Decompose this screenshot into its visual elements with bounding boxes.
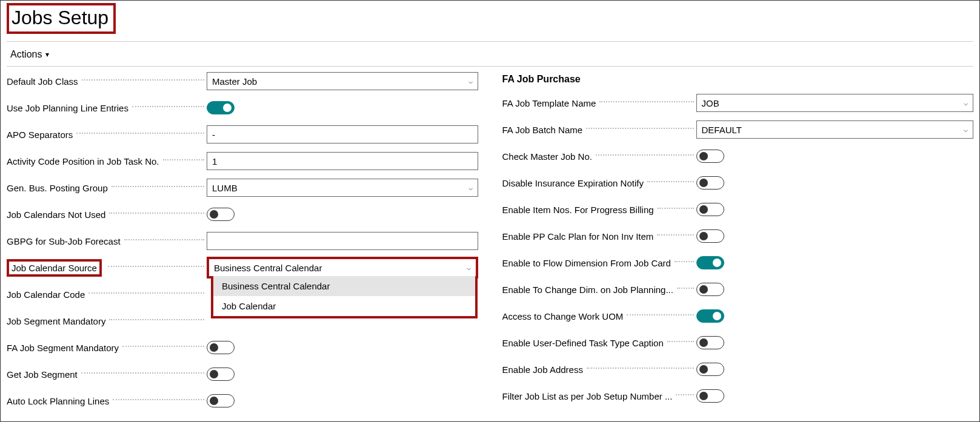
filter-job-list-toggle[interactable] — [696, 389, 724, 403]
row-fa-template: FA Job Template Name JOB ⌵ — [502, 90, 974, 116]
label: Default Job Class — [7, 76, 78, 87]
row-gen-bus-posting: Gen. Bus. Posting Group LUMB ⌵ — [7, 174, 478, 201]
label: Use Job Planning Line Entries — [7, 103, 128, 113]
chevron-down-icon: ▾ — [45, 50, 49, 59]
label: Enable User-Defined Task Type Caption — [502, 338, 664, 348]
page-title-box: Jobs Setup — [7, 3, 116, 34]
row-activity-code-pos: Activity Code Position in Job Task No. — [7, 148, 478, 174]
label: Gen. Bus. Posting Group — [7, 183, 108, 193]
actions-label: Actions — [10, 49, 42, 60]
label: Enable PP Calc Plan for Non Inv Item — [502, 231, 654, 242]
page-title: Jobs Setup — [12, 7, 108, 28]
fa-batch-select[interactable]: DEFAULT ⌵ — [696, 120, 974, 139]
label: Job Calendars Not Used — [7, 209, 105, 220]
row-fa-batch: FA Job Batch Name DEFAULT ⌵ — [502, 116, 974, 143]
row-enable-flow-dim: Enable to Flow Dimension From Job Card — [502, 249, 974, 276]
apo-separators-input[interactable] — [207, 125, 478, 143]
row-fa-job-seg-mand: FA Job Segment Mandatory — [7, 334, 478, 361]
label: Filter Job List as per Job Setup Number … — [502, 391, 673, 401]
chevron-down-icon: ⌵ — [964, 125, 968, 134]
auto-lock-toggle[interactable] — [207, 394, 235, 407]
row-enable-change-dim: Enable To Change Dim. on Job Planning... — [502, 276, 974, 303]
row-use-job-planning: Use Job Planning Line Entries — [7, 94, 478, 121]
label: Job Calendar Source — [12, 263, 97, 273]
chevron-down-icon: ⌵ — [467, 263, 471, 272]
chevron-down-icon: ⌵ — [468, 77, 473, 85]
enable-task-caption-toggle[interactable] — [696, 336, 724, 349]
enable-job-address-toggle[interactable] — [696, 363, 724, 376]
job-cal-not-used-toggle[interactable] — [207, 208, 235, 221]
row-access-uom: Access to Change Work UOM — [502, 303, 974, 329]
row-get-job-seg: Get Job Segment — [7, 361, 478, 387]
label: Auto Lock Planning Lines — [7, 396, 109, 406]
row-filter-job-list: Filter Job List as per Job Setup Number … — [502, 383, 974, 409]
label: Enable Job Address — [502, 364, 583, 375]
row-apo-separators: APO Separators — [7, 121, 478, 148]
gen-bus-posting-select[interactable]: LUMB ⌵ — [207, 179, 478, 197]
gbpg-subjob-input[interactable] — [207, 232, 478, 250]
enable-flow-dim-toggle[interactable] — [696, 256, 724, 269]
row-enable-job-address: Enable Job Address — [502, 356, 974, 383]
jobs-setup-page: Jobs Setup Actions ▾ Default Job Class M… — [0, 0, 980, 422]
select-value: JOB — [702, 98, 719, 108]
default-job-class-select[interactable]: Master Job ⌵ — [207, 72, 478, 90]
enable-pp-calc-toggle[interactable] — [696, 229, 724, 243]
enable-change-dim-toggle[interactable] — [696, 283, 724, 296]
row-job-cal-source: Job Calendar Source Business Central Cal… — [7, 254, 478, 281]
row-enable-task-caption: Enable User-Defined Task Type Caption — [502, 329, 974, 356]
chevron-down-icon: ⌵ — [964, 99, 968, 107]
disable-ins-toggle[interactable] — [696, 176, 724, 190]
label: FA Job Segment Mandatory — [7, 343, 119, 353]
label: Disable Insurance Expiration Notify — [502, 178, 644, 188]
get-job-seg-toggle[interactable] — [207, 368, 235, 381]
job-cal-source-dropdown: Business Central Calendar Job Calendar — [211, 276, 478, 318]
section-fa-job-purchase: FA Job Purchase — [502, 68, 974, 90]
row-gbpg-subjob: GBPG for Sub-Job Forecast — [7, 228, 478, 254]
row-enable-pp-calc: Enable PP Calc Plan for Non Inv Item — [502, 223, 974, 249]
label: Job Calendar Code — [7, 289, 85, 300]
row-job-cal-not-used: Job Calendars Not Used — [7, 201, 478, 228]
fa-template-select[interactable]: JOB ⌵ — [696, 94, 974, 112]
row-disable-ins: Disable Insurance Expiration Notify — [502, 170, 974, 196]
row-check-master: Check Master Job No. — [502, 143, 974, 170]
divider — [7, 41, 973, 42]
label: Job Segment Mandatory — [7, 316, 105, 326]
access-uom-toggle[interactable] — [696, 309, 724, 323]
label: Activity Code Position in Job Task No. — [7, 156, 159, 166]
label: Get Job Segment — [7, 369, 78, 380]
select-value: LUMB — [212, 183, 238, 193]
job-cal-source-label-hl: Job Calendar Source — [7, 259, 102, 277]
right-column: FA Job Purchase FA Job Template Name JOB… — [502, 68, 974, 414]
actions-menu[interactable]: Actions ▾ — [7, 47, 973, 66]
label: Access to Change Work UOM — [502, 311, 624, 321]
dropdown-option-bcc[interactable]: Business Central Calendar — [213, 276, 475, 296]
select-value: Master Job — [212, 76, 257, 87]
job-cal-source-select[interactable]: Business Central Calendar ⌵ — [207, 257, 478, 279]
label: APO Separators — [7, 130, 73, 140]
label: FA Job Batch Name — [502, 125, 583, 135]
label: FA Job Template Name — [502, 98, 596, 108]
label: GBPG for Sub-Job Forecast — [7, 236, 121, 246]
row-default-job-class: Default Job Class Master Job ⌵ — [7, 68, 478, 94]
enable-item-nos-toggle[interactable] — [696, 203, 724, 216]
left-column: Default Job Class Master Job ⌵ Use Job P… — [7, 68, 478, 414]
row-auto-lock: Auto Lock Planning Lines — [7, 387, 478, 414]
label: Enable To Change Dim. on Job Planning... — [502, 285, 673, 295]
activity-code-pos-input[interactable] — [207, 152, 478, 170]
dropdown-option-jc[interactable]: Job Calendar — [213, 296, 475, 316]
fa-job-seg-mand-toggle[interactable] — [207, 341, 235, 354]
chevron-down-icon: ⌵ — [468, 183, 473, 192]
row-enable-item-nos: Enable Item Nos. For Progress Billing — [502, 196, 974, 223]
label: Check Master Job No. — [502, 151, 592, 162]
use-job-planning-toggle[interactable] — [207, 101, 235, 114]
select-value: Business Central Calendar — [214, 263, 322, 273]
select-value: DEFAULT — [702, 125, 742, 135]
label: Enable Item Nos. For Progress Billing — [502, 205, 654, 215]
content-columns: Default Job Class Master Job ⌵ Use Job P… — [7, 66, 973, 414]
check-master-toggle[interactable] — [696, 150, 724, 163]
label: Enable to Flow Dimension From Job Card — [502, 258, 671, 268]
